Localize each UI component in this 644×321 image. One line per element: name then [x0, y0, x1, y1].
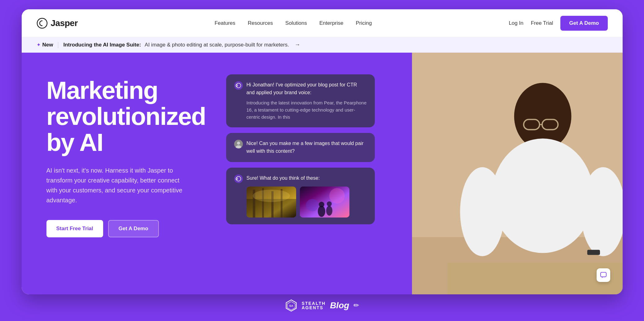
chat-widget-button[interactable] [597, 268, 610, 282]
svg-rect-32 [600, 272, 606, 277]
svg-point-29 [326, 206, 332, 216]
chat-image-2 [300, 187, 349, 218]
banner-separator [58, 42, 58, 48]
announcement-banner[interactable]: ✦ New Introducing the AI Image Suite: AI… [22, 37, 623, 53]
chat-images [247, 187, 349, 218]
svg-point-15 [237, 142, 240, 145]
sparkle-icon: ✦ [37, 42, 41, 48]
browser-window: Jasper Features Resources Solutions Ente… [22, 9, 623, 294]
hero-person-image [412, 53, 623, 294]
svg-point-6 [460, 167, 505, 256]
chat-bubble-3-content: Sure! What do you think of these: [247, 174, 349, 218]
svg-point-28 [318, 206, 325, 217]
hero-buttons: Start Free Trial Get A Demo [46, 220, 208, 237]
chat-bubble-3-inner: Sure! What do you think of these: [234, 174, 367, 218]
hero-section: Marketing revolutionized by AI AI isn't … [22, 53, 623, 294]
chat-message-1: Hi Jonathan! I've optimized your blog po… [247, 81, 367, 97]
banner-bold-text: Introducing the AI Image Suite: [63, 42, 141, 48]
chat-message-1-content: Introducing the latest innovation from P… [247, 99, 367, 121]
nav-solutions[interactable]: Solutions [285, 20, 307, 26]
pencil-icon: ✏ [353, 301, 359, 310]
agents-label: AGENTS [302, 306, 326, 310]
ai-avatar-2 [234, 174, 243, 183]
svg-point-13 [236, 83, 241, 88]
svg-rect-12 [447, 262, 623, 294]
chat-container: Hi Jonathan! I've optimized your blog po… [226, 74, 387, 224]
chat-bubble-2-inner: Nice! Can you make me a few images that … [234, 140, 367, 155]
get-demo-hero-button[interactable]: Get A Demo [108, 220, 159, 237]
svg-point-0 [37, 18, 47, 28]
chat-message-2: Nice! Can you make me a few images that … [247, 140, 367, 155]
chat-message-3: Sure! What do you think of these: [247, 174, 349, 182]
nav-pricing[interactable]: Pricing [356, 20, 372, 26]
blog-label: Blog [330, 301, 349, 310]
chat-image-1 [247, 187, 296, 218]
svg-point-30 [319, 202, 324, 207]
watermark-area: SA STEALTH AGENTS Blog ✏ [285, 299, 359, 312]
nav-features[interactable]: Features [215, 20, 235, 26]
svg-rect-11 [587, 250, 600, 255]
chat-bubble-3: Sure! What do you think of these: [226, 168, 375, 224]
chat-bubble-1-inner: Hi Jonathan! I've optimized your blog po… [234, 81, 367, 121]
new-label: New [42, 42, 53, 48]
nav-links: Features Resources Solutions Enterprise … [215, 20, 372, 26]
free-trial-link[interactable]: Free Trial [531, 20, 553, 26]
banner-description: AI image & photo editing at scale, purpo… [145, 42, 289, 48]
login-link[interactable]: Log In [509, 20, 523, 26]
get-demo-button[interactable]: Get A Demo [560, 16, 607, 31]
person-background [412, 53, 623, 294]
hero-left: Marketing revolutionized by AI AI isn't … [46, 71, 208, 237]
new-badge: ✦ New [37, 42, 53, 48]
stealth-agents-icon: SA [285, 299, 297, 312]
nav-resources[interactable]: Resources [248, 20, 273, 26]
chat-bubble-2: Nice! Can you make me a few images that … [226, 133, 375, 162]
svg-point-27 [306, 199, 318, 211]
svg-point-24 [253, 190, 290, 202]
start-free-trial-button[interactable]: Start Free Trial [46, 220, 103, 237]
nav-actions: Log In Free Trial Get A Demo [509, 16, 607, 31]
svg-point-26 [329, 188, 345, 204]
user-avatar [234, 140, 243, 148]
svg-text:SA: SA [289, 304, 293, 307]
nav-enterprise[interactable]: Enterprise [319, 20, 343, 26]
svg-point-5 [492, 139, 593, 253]
chat-bubble-1: Hi Jonathan! I've optimized your blog po… [226, 74, 375, 127]
stealth-agents-text: STEALTH AGENTS [302, 301, 326, 310]
stealth-label: STEALTH [302, 301, 326, 306]
ai-avatar-1 [234, 81, 243, 90]
banner-arrow: → [295, 42, 300, 48]
logo-icon [37, 18, 48, 29]
logo[interactable]: Jasper [37, 18, 78, 29]
svg-point-17 [236, 176, 241, 181]
hero-subtitle: AI isn't next, it's now. Harness it with… [46, 165, 189, 205]
svg-point-31 [327, 201, 332, 206]
logo-text: Jasper [51, 18, 78, 28]
hero-title: Marketing revolutionized by AI [46, 77, 208, 156]
navbar: Jasper Features Resources Solutions Ente… [22, 9, 623, 37]
chat-bubble-1-content: Hi Jonathan! I've optimized your blog po… [247, 81, 367, 121]
